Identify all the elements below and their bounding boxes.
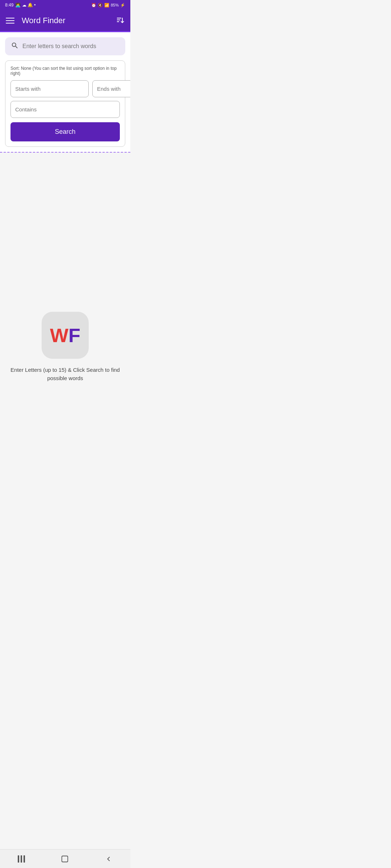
logo-w: W xyxy=(50,326,68,345)
logo-letters: W F xyxy=(50,326,80,345)
status-icons: 🧑‍💻 ☁ 🔔 • xyxy=(15,3,35,8)
search-icon xyxy=(11,42,19,51)
battery-charging-icon: ⚡ xyxy=(120,3,125,8)
status-time: 8:49 xyxy=(5,3,13,8)
hint-text: Enter Letters (up to 15) & Click Search … xyxy=(7,366,123,382)
sort-label: Sort: None (You can sort the list using … xyxy=(10,66,120,76)
ends-with-input[interactable] xyxy=(92,80,130,97)
app-title: Word Finder xyxy=(22,16,116,25)
alarm-icon: ⏰ xyxy=(91,3,96,8)
section-divider xyxy=(0,152,130,153)
wifi-icon: 📶 xyxy=(104,3,109,8)
contains-input[interactable] xyxy=(10,101,120,118)
main-content: Sort: None (You can sort the list using … xyxy=(0,32,130,152)
app-logo: W F xyxy=(42,312,89,359)
logo-f: F xyxy=(68,326,80,345)
battery-text: 85% xyxy=(111,3,119,7)
sort-icon[interactable] xyxy=(116,16,125,26)
empty-area xyxy=(0,153,130,305)
app-bar: Word Finder xyxy=(0,10,130,31)
status-bar: 8:49 🧑‍💻 ☁ 🔔 • ⏰ 🔇 📶 85% ⚡ xyxy=(0,0,130,10)
search-container xyxy=(5,37,125,55)
filter-row-top xyxy=(10,80,120,97)
mute-icon: 🔇 xyxy=(98,3,103,8)
starts-with-input[interactable] xyxy=(10,80,89,97)
status-left: 8:49 🧑‍💻 ☁ 🔔 • xyxy=(5,3,36,8)
filter-card: Sort: None (You can sort the list using … xyxy=(5,60,125,147)
menu-icon[interactable] xyxy=(6,16,16,26)
main-search-input[interactable] xyxy=(22,43,119,50)
logo-section: W F Enter Letters (up to 15) & Click Sea… xyxy=(0,305,130,393)
status-right: ⏰ 🔇 📶 85% ⚡ xyxy=(91,3,125,8)
search-button[interactable]: Search xyxy=(10,122,120,141)
